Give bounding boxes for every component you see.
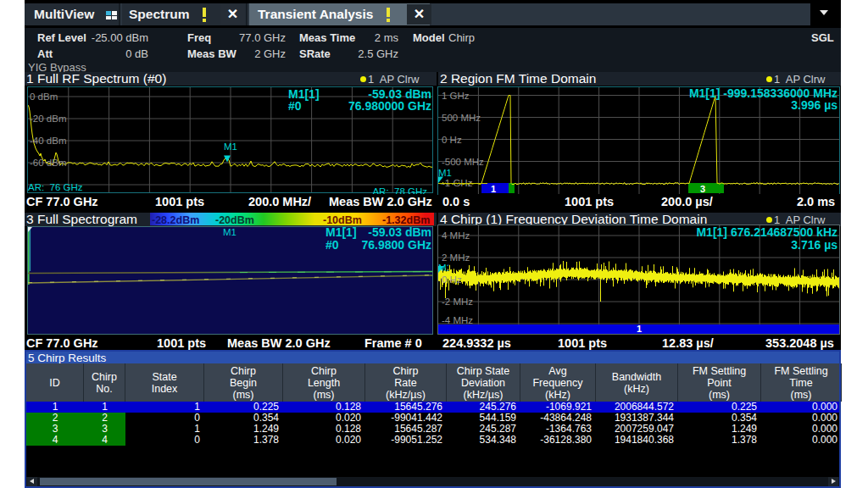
svg-text:1: 1 [491,184,496,194]
svg-text:3: 3 [700,184,705,194]
